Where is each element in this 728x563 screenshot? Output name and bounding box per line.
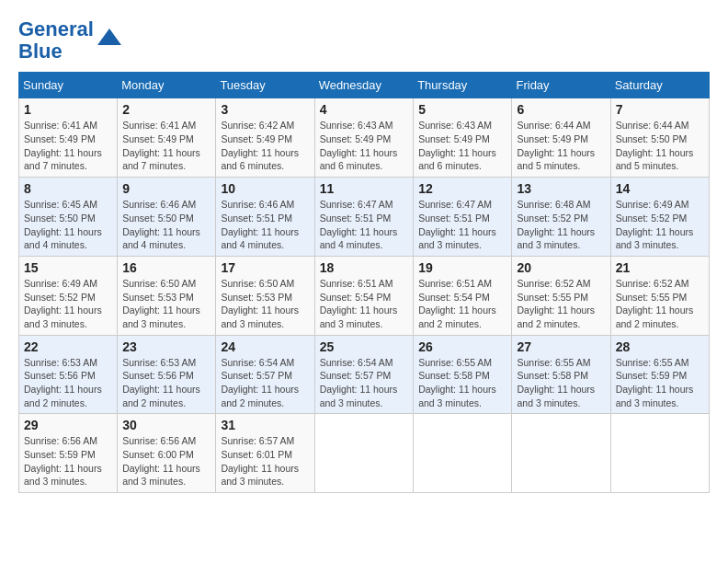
column-header-friday: Friday <box>512 73 610 98</box>
day-info: Sunrise: 6:51 AMSunset: 5:54 PMDaylight:… <box>320 277 409 331</box>
day-info: Sunrise: 6:50 AMSunset: 5:53 PMDaylight:… <box>122 277 210 331</box>
calendar-cell: 1 Sunrise: 6:41 AMSunset: 5:49 PMDayligh… <box>19 98 118 178</box>
day-info: Sunrise: 6:52 AMSunset: 5:55 PMDaylight:… <box>517 277 605 331</box>
day-number: 3 <box>221 102 309 117</box>
calendar-week-row: 29 Sunrise: 6:56 AMSunset: 5:59 PMDaylig… <box>19 414 710 493</box>
day-number: 4 <box>320 102 409 117</box>
day-info: Sunrise: 6:55 AMSunset: 5:58 PMDaylight:… <box>418 356 506 410</box>
day-number: 15 <box>24 260 112 275</box>
calendar-cell: 23 Sunrise: 6:53 AMSunset: 5:56 PMDaylig… <box>118 335 216 414</box>
calendar-week-row: 22 Sunrise: 6:53 AMSunset: 5:56 PMDaylig… <box>19 335 710 414</box>
day-number: 23 <box>122 339 210 354</box>
day-number: 18 <box>320 260 409 275</box>
calendar-week-row: 8 Sunrise: 6:45 AMSunset: 5:50 PMDayligh… <box>19 178 710 257</box>
calendar-cell: 17 Sunrise: 6:50 AMSunset: 5:53 PMDaylig… <box>216 256 314 335</box>
column-header-saturday: Saturday <box>610 73 709 98</box>
calendar-cell: 6 Sunrise: 6:44 AMSunset: 5:49 PMDayligh… <box>512 98 610 178</box>
day-number: 17 <box>221 260 309 275</box>
calendar-cell <box>414 414 512 493</box>
calendar-cell: 16 Sunrise: 6:50 AMSunset: 5:53 PMDaylig… <box>118 256 216 335</box>
calendar-cell: 4 Sunrise: 6:43 AMSunset: 5:49 PMDayligh… <box>314 98 414 178</box>
day-info: Sunrise: 6:44 AMSunset: 5:49 PMDaylight:… <box>517 119 605 173</box>
day-info: Sunrise: 6:47 AMSunset: 5:51 PMDaylight:… <box>418 198 506 252</box>
day-number: 29 <box>24 418 112 432</box>
calendar-cell: 2 Sunrise: 6:41 AMSunset: 5:49 PMDayligh… <box>118 98 216 178</box>
day-info: Sunrise: 6:56 AMSunset: 5:59 PMDaylight:… <box>24 434 112 488</box>
calendar-cell: 29 Sunrise: 6:56 AMSunset: 5:59 PMDaylig… <box>19 414 118 493</box>
day-number: 9 <box>122 181 210 196</box>
calendar-cell <box>314 414 414 493</box>
day-number: 27 <box>517 339 605 354</box>
day-info: Sunrise: 6:43 AMSunset: 5:49 PMDaylight:… <box>418 119 506 173</box>
day-info: Sunrise: 6:44 AMSunset: 5:50 PMDaylight:… <box>616 119 704 173</box>
day-number: 31 <box>221 418 309 432</box>
calendar-header-row: SundayMondayTuesdayWednesdayThursdayFrid… <box>19 73 710 98</box>
day-info: Sunrise: 6:57 AMSunset: 6:01 PMDaylight:… <box>221 434 309 488</box>
calendar-cell: 31 Sunrise: 6:57 AMSunset: 6:01 PMDaylig… <box>216 414 314 493</box>
day-info: Sunrise: 6:45 AMSunset: 5:50 PMDaylight:… <box>24 198 112 252</box>
day-info: Sunrise: 6:42 AMSunset: 5:49 PMDaylight:… <box>221 119 309 173</box>
calendar-cell: 11 Sunrise: 6:47 AMSunset: 5:51 PMDaylig… <box>314 178 414 257</box>
calendar-cell: 30 Sunrise: 6:56 AMSunset: 6:00 PMDaylig… <box>118 414 216 493</box>
calendar-cell: 15 Sunrise: 6:49 AMSunset: 5:52 PMDaylig… <box>19 256 118 335</box>
day-number: 7 <box>616 102 704 117</box>
day-number: 24 <box>221 339 309 354</box>
calendar-cell: 13 Sunrise: 6:48 AMSunset: 5:52 PMDaylig… <box>512 178 610 257</box>
day-number: 21 <box>616 260 704 275</box>
day-number: 30 <box>122 418 210 432</box>
day-info: Sunrise: 6:41 AMSunset: 5:49 PMDaylight:… <box>24 119 112 173</box>
column-header-wednesday: Wednesday <box>314 73 414 98</box>
calendar-cell: 21 Sunrise: 6:52 AMSunset: 5:55 PMDaylig… <box>610 256 709 335</box>
calendar-cell: 24 Sunrise: 6:54 AMSunset: 5:57 PMDaylig… <box>216 335 314 414</box>
day-info: Sunrise: 6:49 AMSunset: 5:52 PMDaylight:… <box>24 277 112 331</box>
day-info: Sunrise: 6:56 AMSunset: 6:00 PMDaylight:… <box>122 434 210 488</box>
day-number: 6 <box>517 102 605 117</box>
day-info: Sunrise: 6:47 AMSunset: 5:51 PMDaylight:… <box>320 198 409 252</box>
logo: GeneralBlue <box>18 18 123 63</box>
calendar-cell: 27 Sunrise: 6:55 AMSunset: 5:58 PMDaylig… <box>512 335 610 414</box>
page-header: GeneralBlue <box>18 18 710 63</box>
day-info: Sunrise: 6:52 AMSunset: 5:55 PMDaylight:… <box>616 277 704 331</box>
calendar-cell: 12 Sunrise: 6:47 AMSunset: 5:51 PMDaylig… <box>414 178 512 257</box>
day-number: 2 <box>122 102 210 117</box>
day-number: 25 <box>320 339 409 354</box>
calendar-cell: 26 Sunrise: 6:55 AMSunset: 5:58 PMDaylig… <box>414 335 512 414</box>
logo-icon <box>96 27 123 54</box>
day-info: Sunrise: 6:54 AMSunset: 5:57 PMDaylight:… <box>221 356 309 410</box>
calendar-cell: 20 Sunrise: 6:52 AMSunset: 5:55 PMDaylig… <box>512 256 610 335</box>
day-info: Sunrise: 6:46 AMSunset: 5:50 PMDaylight:… <box>122 198 210 252</box>
day-info: Sunrise: 6:43 AMSunset: 5:49 PMDaylight:… <box>320 119 409 173</box>
day-number: 20 <box>517 260 605 275</box>
calendar-cell: 28 Sunrise: 6:55 AMSunset: 5:59 PMDaylig… <box>610 335 709 414</box>
calendar-cell: 3 Sunrise: 6:42 AMSunset: 5:49 PMDayligh… <box>216 98 314 178</box>
calendar-cell: 14 Sunrise: 6:49 AMSunset: 5:52 PMDaylig… <box>610 178 709 257</box>
day-number: 12 <box>418 181 506 196</box>
day-info: Sunrise: 6:55 AMSunset: 5:59 PMDaylight:… <box>616 356 704 410</box>
calendar-cell: 22 Sunrise: 6:53 AMSunset: 5:56 PMDaylig… <box>19 335 118 414</box>
day-info: Sunrise: 6:55 AMSunset: 5:58 PMDaylight:… <box>517 356 605 410</box>
day-info: Sunrise: 6:41 AMSunset: 5:49 PMDaylight:… <box>122 119 210 173</box>
day-number: 16 <box>122 260 210 275</box>
day-info: Sunrise: 6:53 AMSunset: 5:56 PMDaylight:… <box>122 356 210 410</box>
day-number: 1 <box>24 102 112 117</box>
calendar-table: SundayMondayTuesdayWednesdayThursdayFrid… <box>18 72 710 493</box>
day-info: Sunrise: 6:50 AMSunset: 5:53 PMDaylight:… <box>221 277 309 331</box>
column-header-monday: Monday <box>118 73 216 98</box>
calendar-cell: 10 Sunrise: 6:46 AMSunset: 5:51 PMDaylig… <box>216 178 314 257</box>
calendar-cell: 5 Sunrise: 6:43 AMSunset: 5:49 PMDayligh… <box>414 98 512 178</box>
column-header-tuesday: Tuesday <box>216 73 314 98</box>
calendar-cell: 25 Sunrise: 6:54 AMSunset: 5:57 PMDaylig… <box>314 335 414 414</box>
calendar-body: 1 Sunrise: 6:41 AMSunset: 5:49 PMDayligh… <box>19 98 710 493</box>
calendar-cell <box>610 414 709 493</box>
calendar-week-row: 1 Sunrise: 6:41 AMSunset: 5:49 PMDayligh… <box>19 98 710 178</box>
day-number: 10 <box>221 181 309 196</box>
day-number: 11 <box>320 181 409 196</box>
day-info: Sunrise: 6:48 AMSunset: 5:52 PMDaylight:… <box>517 198 605 252</box>
day-number: 5 <box>418 102 506 117</box>
calendar-cell: 8 Sunrise: 6:45 AMSunset: 5:50 PMDayligh… <box>19 178 118 257</box>
column-header-thursday: Thursday <box>414 73 512 98</box>
logo-text: GeneralBlue <box>18 18 94 63</box>
day-number: 26 <box>418 339 506 354</box>
day-number: 13 <box>517 181 605 196</box>
calendar-cell <box>512 414 610 493</box>
